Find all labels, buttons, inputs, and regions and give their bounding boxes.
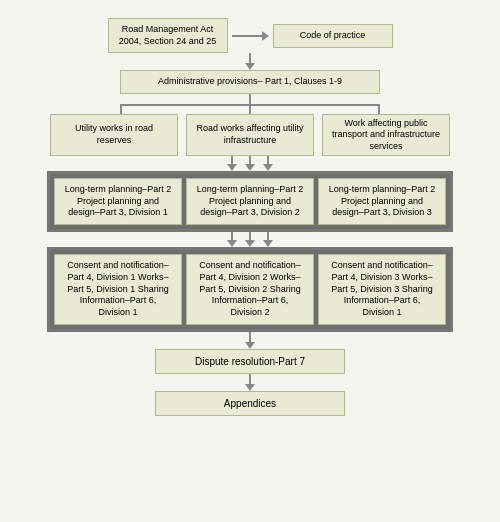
arrow-d-1 <box>227 156 237 171</box>
admin-provisions-box: Administrative provisions– Part 1, Claus… <box>120 70 380 94</box>
top-row: Road Management Act 2004, Section 24 and… <box>108 18 393 53</box>
arrow-5 <box>245 374 255 391</box>
arrowhead <box>245 384 255 391</box>
vl <box>249 232 251 240</box>
arrowhead <box>262 31 269 41</box>
arrowhead <box>245 63 255 70</box>
consent-2-box: Consent and notification–Part 4, Divisio… <box>186 254 314 324</box>
appendices-box: Appendices <box>155 391 345 416</box>
branch-mid-down <box>249 104 251 114</box>
appendices-text: Appendices <box>224 398 276 409</box>
arrow-d-2 <box>245 156 255 171</box>
arrow-1 <box>245 53 255 70</box>
ah <box>263 164 273 171</box>
category-row: Utility works in road reserves Road work… <box>50 114 450 156</box>
consent-1-box: Consent and notification–Part 4, Divisio… <box>54 254 182 324</box>
long-term-1-text: Long-term planning–Part 2 Project planni… <box>65 184 172 217</box>
road-works-utility-text: Road works affecting utility infrastruct… <box>195 123 305 146</box>
road-act-box: Road Management Act 2004, Section 24 and… <box>108 18 228 53</box>
arrowhead <box>245 342 255 349</box>
long-term-section: Long-term planning–Part 2 Project planni… <box>47 171 453 232</box>
arrow-line <box>232 35 262 37</box>
dispute-box: Dispute resolution-Part 7 <box>155 349 345 374</box>
arrow-d-4 <box>227 232 237 247</box>
branch-lines <box>60 94 440 114</box>
long-term-3-box: Long-term planning–Part 2 Project planni… <box>318 178 446 225</box>
arrow-d-5 <box>245 232 255 247</box>
vl <box>267 232 269 240</box>
consent-1-text: Consent and notification–Part 4, Divisio… <box>67 260 169 317</box>
code-of-practice-text: Code of practice <box>300 30 366 40</box>
consent-section: Consent and notification–Part 4, Divisio… <box>47 247 453 331</box>
long-term-2-text: Long-term planning–Part 2 Project planni… <box>197 184 304 217</box>
ah <box>227 240 237 247</box>
ah <box>263 240 273 247</box>
vline <box>249 53 251 63</box>
arrow-4 <box>245 332 255 349</box>
vline <box>249 332 251 342</box>
long-term-2-box: Long-term planning–Part 2 Project planni… <box>186 178 314 225</box>
vl <box>231 156 233 164</box>
dispute-text: Dispute resolution-Part 7 <box>195 356 305 367</box>
road-works-utility-box: Road works affecting utility infrastruct… <box>186 114 314 156</box>
branch-stem <box>249 94 251 104</box>
arrow-d-3 <box>263 156 273 171</box>
branch-right-down <box>378 104 380 114</box>
utility-works-box: Utility works in road reserves <box>50 114 178 156</box>
arrow-d-6 <box>263 232 273 247</box>
consent-2-text: Consent and notification–Part 4, Divisio… <box>199 260 301 317</box>
admin-provisions-text: Administrative provisions– Part 1, Claus… <box>158 76 342 86</box>
code-of-practice-box: Code of practice <box>273 24 393 48</box>
long-term-1-box: Long-term planning–Part 2 Project planni… <box>54 178 182 225</box>
arrow-row-2 <box>227 156 273 171</box>
branch-left-down <box>120 104 122 114</box>
ah <box>245 164 255 171</box>
vline <box>249 374 251 384</box>
ah <box>227 164 237 171</box>
vl <box>267 156 269 164</box>
ah <box>245 240 255 247</box>
work-transport-box: Work affecting public transport and infr… <box>322 114 450 156</box>
vl <box>249 156 251 164</box>
vl <box>231 232 233 240</box>
arrow-row-3 <box>227 232 273 247</box>
road-act-text: Road Management Act 2004, Section 24 and… <box>119 24 217 46</box>
work-transport-text: Work affecting public transport and infr… <box>331 118 441 153</box>
consent-3-text: Consent and notification–Part 4, Divisio… <box>331 260 433 317</box>
long-term-3-text: Long-term planning–Part 2 Project planni… <box>329 184 436 217</box>
diagram: Road Management Act 2004, Section 24 and… <box>10 10 490 416</box>
consent-3-box: Consent and notification–Part 4, Divisio… <box>318 254 446 324</box>
horiz-arrow <box>232 31 269 41</box>
utility-works-text: Utility works in road reserves <box>59 123 169 146</box>
three-branch: Utility works in road reserves Road work… <box>10 94 490 156</box>
